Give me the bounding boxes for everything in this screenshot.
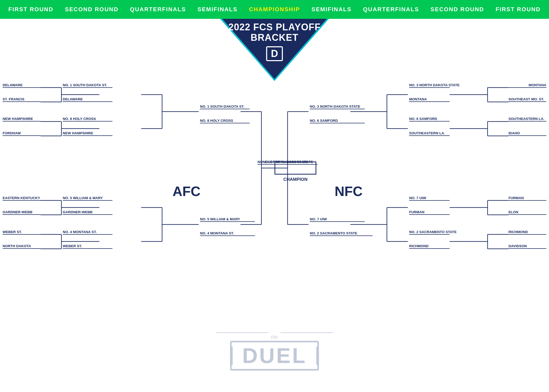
team-elon-r1: ELON [508,210,546,215]
nav-item-semifinals-left: SEMIFINALS [197,6,237,13]
team-montanast-qf: NO. 4 MONTANA ST. [200,231,255,236]
team-furman-r1: FURMAN [508,196,546,201]
team-richmond-r1: RICHMOND [508,230,546,235]
team-montana-r1: MONTANA [508,83,546,88]
team-richmond-r2: RICHMOND [409,244,450,249]
nav-item-first-round-left: FIRST ROUND [8,6,53,13]
team-holycross-qf: NO. 8 HOLY CROSS [200,119,250,123]
team-sdst-r2: NO. 1 SOUTH DAKOTA ST. [63,83,112,88]
team-wmmary-r2: NO. 5 WILLIAM & MARY [63,196,112,201]
title-content: 2022 FCS PLAYOFFBRACKET D [225,22,324,61]
team-samford-r2: NO. 6 SAMFORD [409,117,450,122]
champion-label: CHAMPION [274,177,316,182]
team-sacstate-qf: NO. 2 SACRAMENTO STATE [310,231,373,236]
title-area: 2022 FCS PLAYOFFBRACKET D [0,19,549,76]
team-delaware-r1: DELAWARE [3,83,41,88]
team-ndst-qf: NO. 3 NORTH DAKOTA STATE [310,105,365,109]
team-delaware-r2: DELAWARE [63,97,112,102]
team-furman-r2: FURMAN [409,210,450,215]
afc-label: AFC [173,183,201,199]
team-idaho-r1: IDAHO [508,131,546,136]
title-logo: D [266,45,283,61]
team-sdst-qf: NO. 1 SOUTH DAKOTA ST. [200,105,250,109]
nav-item-quarterfinals-right: QUARTERFINALS [363,6,419,13]
team-ndakota-r1: NORTH DAKOTA [3,244,41,249]
team-nh-r1: NEW HAMPSHIRE [3,117,41,122]
nav-item-quarterfinals-left: QUARTERFINALS [130,6,186,13]
team-weberst-r1: WEBER ST. [3,230,41,235]
team-sela-r1: SOUTHEASTERN LA. [508,117,546,122]
team-samford-qf: NO. 6 SAMFORD [310,119,365,123]
team-davidson-r1: DAVIDSON [508,244,546,249]
team-stfrancis-r1: ST. FRANCIS [3,97,41,102]
title-text: 2022 FCS PLAYOFFBRACKET [225,22,324,43]
team-semoss-r1: SOUTHEAST MO. ST. [508,97,546,102]
champion-box [274,162,316,175]
nav-bar: FIRST ROUNDSECOND ROUNDQUARTERFINALSSEMI… [0,0,549,19]
nav-item-first-round-right: FIRST ROUND [496,6,541,13]
team-uiw-qf: NO. 7 UIW [310,217,365,222]
team-sacstate-r2: NO. 2 SACRAMENTO STATE [409,230,450,235]
team-montana-r2: MONTANA [409,97,450,102]
bracket-wrapper: DELAWARE ST. FRANCIS NEW HAMPSHIRE FORDH… [0,74,549,322]
team-gardner-r2: GARDNER-WEBB [63,210,112,215]
team-ndst-r2: NO. 3 NORTH DAKOTA STATE [409,83,450,88]
nav-item-championship: CHAMPIONSHIP [249,6,300,13]
nav-item-second-round-right: SECOND ROUND [431,6,484,13]
team-fordham-r1: FORDHAM [3,131,41,136]
footer-logo: the DUEL [0,322,549,378]
team-montanast-r2: NO. 4 MONTANA ST. [63,230,112,235]
team-wmmary-qf: NO. 5 WILLIAM & MARY [200,217,255,222]
team-sela-r2: SOUTHEASTERN LA. [409,131,450,136]
nav-item-semifinals-right: SEMIFINALS [311,6,351,13]
team-uiw-r2: NO. 7 UIW [409,196,450,201]
team-nh-r2: NEW HAMPSHIRE [63,131,112,136]
nfc-label: NFC [335,183,363,199]
team-holycross-r2: NO. 8 HOLY CROSS [63,117,112,122]
nav-item-second-round-left: SECOND ROUND [65,6,118,13]
team-gardner-r1: GARDNER-WEBB [3,210,41,215]
team-eku-r1: EASTERN KENTUCKY [3,196,41,201]
team-weberst-r2: WEBER ST. [63,244,112,249]
